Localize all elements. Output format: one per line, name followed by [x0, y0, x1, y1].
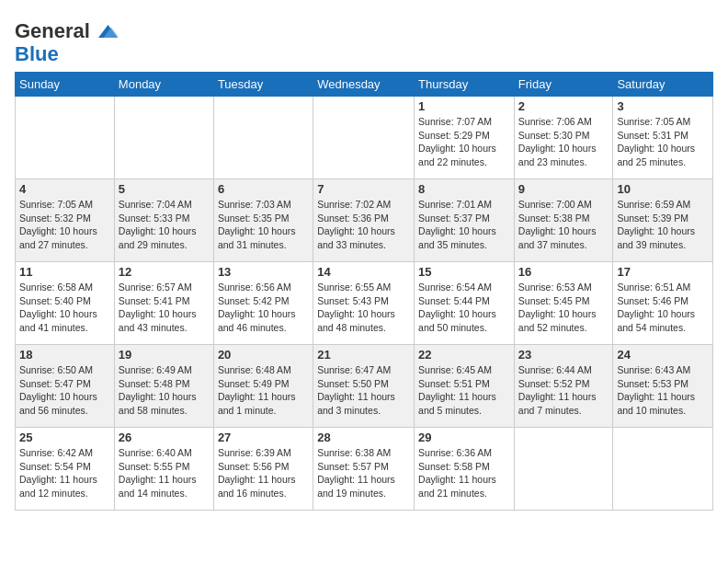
day-number: 22 [418, 348, 510, 362]
day-number: 23 [518, 348, 609, 362]
day-number: 5 [119, 182, 210, 196]
day-number: 6 [218, 182, 309, 196]
day-cell: 13Sunrise: 6:56 AMSunset: 5:42 PMDayligh… [213, 262, 313, 345]
day-info: Sunrise: 7:01 AMSunset: 5:37 PMDaylight:… [418, 198, 510, 252]
day-cell: 25Sunrise: 6:42 AMSunset: 5:54 PMDayligh… [16, 428, 115, 511]
logo-blue-text: Blue [15, 42, 59, 65]
day-cell: 28Sunrise: 6:38 AMSunset: 5:57 PMDayligh… [313, 428, 415, 511]
header-row: SundayMondayTuesdayWednesdayThursdayFrid… [16, 73, 713, 97]
day-info: Sunrise: 7:00 AMSunset: 5:38 PMDaylight:… [518, 198, 609, 252]
day-cell: 4Sunrise: 7:05 AMSunset: 5:32 PMDaylight… [16, 179, 115, 262]
week-row-0: 1Sunrise: 7:07 AMSunset: 5:29 PMDaylight… [16, 97, 713, 179]
day-number: 15 [418, 265, 510, 279]
day-cell: 11Sunrise: 6:58 AMSunset: 5:40 PMDayligh… [16, 262, 115, 345]
day-info: Sunrise: 7:05 AMSunset: 5:32 PMDaylight:… [19, 198, 110, 252]
day-number: 13 [218, 265, 309, 279]
col-header-sunday: Sunday [16, 73, 115, 97]
day-number: 4 [19, 182, 110, 196]
day-info: Sunrise: 6:45 AMSunset: 5:51 PMDaylight:… [418, 363, 510, 418]
day-number: 21 [317, 348, 410, 362]
day-number: 27 [218, 431, 309, 444]
day-number: 28 [317, 431, 410, 444]
logo-icon [92, 18, 118, 44]
day-number: 14 [317, 265, 410, 279]
day-cell: 26Sunrise: 6:40 AMSunset: 5:55 PMDayligh… [114, 428, 213, 511]
day-info: Sunrise: 6:54 AMSunset: 5:44 PMDaylight:… [418, 281, 510, 335]
day-cell: 17Sunrise: 6:51 AMSunset: 5:46 PMDayligh… [613, 262, 713, 345]
day-info: Sunrise: 6:39 AMSunset: 5:56 PMDaylight:… [218, 446, 309, 500]
day-cell: 3Sunrise: 7:05 AMSunset: 5:31 PMDaylight… [613, 97, 713, 179]
col-header-saturday: Saturday [613, 73, 713, 97]
day-cell [313, 97, 415, 179]
day-cell: 21Sunrise: 6:47 AMSunset: 5:50 PMDayligh… [313, 345, 415, 428]
day-number: 17 [617, 265, 709, 279]
day-info: Sunrise: 6:53 AMSunset: 5:45 PMDaylight:… [518, 281, 609, 335]
day-cell: 9Sunrise: 7:00 AMSunset: 5:38 PMDaylight… [514, 179, 613, 262]
day-cell: 14Sunrise: 6:55 AMSunset: 5:43 PMDayligh… [313, 262, 415, 345]
day-number: 24 [617, 348, 709, 362]
day-cell: 6Sunrise: 7:03 AMSunset: 5:35 PMDaylight… [213, 179, 313, 262]
day-cell: 5Sunrise: 7:04 AMSunset: 5:33 PMDaylight… [114, 179, 213, 262]
day-info: Sunrise: 7:07 AMSunset: 5:29 PMDaylight:… [418, 115, 510, 169]
calendar-table: SundayMondayTuesdayWednesdayThursdayFrid… [15, 72, 713, 511]
day-info: Sunrise: 7:04 AMSunset: 5:33 PMDaylight:… [119, 198, 210, 252]
day-cell [114, 97, 213, 179]
day-info: Sunrise: 7:05 AMSunset: 5:31 PMDaylight:… [617, 115, 709, 169]
day-cell: 24Sunrise: 6:43 AMSunset: 5:53 PMDayligh… [613, 345, 713, 428]
day-info: Sunrise: 6:49 AMSunset: 5:48 PMDaylight:… [119, 363, 210, 418]
day-cell [514, 428, 613, 511]
day-number: 10 [617, 182, 709, 196]
logo-text: General [15, 21, 90, 41]
week-row-1: 4Sunrise: 7:05 AMSunset: 5:32 PMDaylight… [16, 179, 713, 262]
day-info: Sunrise: 6:42 AMSunset: 5:54 PMDaylight:… [19, 446, 110, 500]
day-info: Sunrise: 6:59 AMSunset: 5:39 PMDaylight:… [617, 198, 709, 252]
day-info: Sunrise: 6:47 AMSunset: 5:50 PMDaylight:… [317, 363, 410, 418]
day-number: 29 [418, 431, 510, 444]
day-cell: 15Sunrise: 6:54 AMSunset: 5:44 PMDayligh… [415, 262, 515, 345]
col-header-monday: Monday [114, 73, 213, 97]
col-header-tuesday: Tuesday [213, 73, 313, 97]
week-row-4: 25Sunrise: 6:42 AMSunset: 5:54 PMDayligh… [16, 428, 713, 511]
day-info: Sunrise: 6:57 AMSunset: 5:41 PMDaylight:… [119, 281, 210, 335]
day-number: 9 [518, 182, 609, 196]
day-cell: 23Sunrise: 6:44 AMSunset: 5:52 PMDayligh… [514, 345, 613, 428]
day-info: Sunrise: 6:51 AMSunset: 5:46 PMDaylight:… [617, 281, 709, 335]
day-info: Sunrise: 6:36 AMSunset: 5:58 PMDaylight:… [418, 446, 510, 500]
day-cell: 19Sunrise: 6:49 AMSunset: 5:48 PMDayligh… [114, 345, 213, 428]
day-number: 3 [617, 99, 709, 113]
day-number: 12 [119, 265, 210, 279]
day-number: 25 [19, 431, 110, 444]
day-number: 8 [418, 182, 510, 196]
day-info: Sunrise: 6:55 AMSunset: 5:43 PMDaylight:… [317, 281, 410, 335]
day-cell: 12Sunrise: 6:57 AMSunset: 5:41 PMDayligh… [114, 262, 213, 345]
day-info: Sunrise: 6:40 AMSunset: 5:55 PMDaylight:… [119, 446, 210, 500]
day-info: Sunrise: 6:38 AMSunset: 5:57 PMDaylight:… [317, 446, 410, 500]
day-cell: 16Sunrise: 6:53 AMSunset: 5:45 PMDayligh… [514, 262, 613, 345]
day-cell: 27Sunrise: 6:39 AMSunset: 5:56 PMDayligh… [213, 428, 313, 511]
day-number: 19 [119, 348, 210, 362]
col-header-friday: Friday [514, 73, 613, 97]
day-number: 26 [119, 431, 210, 444]
day-info: Sunrise: 7:06 AMSunset: 5:30 PMDaylight:… [518, 115, 609, 169]
day-info: Sunrise: 7:03 AMSunset: 5:35 PMDaylight:… [218, 198, 309, 252]
day-info: Sunrise: 6:50 AMSunset: 5:47 PMDaylight:… [19, 363, 110, 418]
day-number: 20 [218, 348, 309, 362]
day-cell: 1Sunrise: 7:07 AMSunset: 5:29 PMDaylight… [415, 97, 515, 179]
day-cell: 29Sunrise: 6:36 AMSunset: 5:58 PMDayligh… [415, 428, 515, 511]
day-cell: 10Sunrise: 6:59 AMSunset: 5:39 PMDayligh… [613, 179, 713, 262]
day-cell: 7Sunrise: 7:02 AMSunset: 5:36 PMDaylight… [313, 179, 415, 262]
logo: General Blue [15, 18, 118, 64]
week-row-2: 11Sunrise: 6:58 AMSunset: 5:40 PMDayligh… [16, 262, 713, 345]
day-info: Sunrise: 6:58 AMSunset: 5:40 PMDaylight:… [19, 281, 110, 335]
day-number: 18 [19, 348, 110, 362]
day-number: 2 [518, 99, 609, 113]
day-cell: 2Sunrise: 7:06 AMSunset: 5:30 PMDaylight… [514, 97, 613, 179]
day-info: Sunrise: 6:44 AMSunset: 5:52 PMDaylight:… [518, 363, 609, 418]
day-info: Sunrise: 6:56 AMSunset: 5:42 PMDaylight:… [218, 281, 309, 335]
day-cell [213, 97, 313, 179]
day-cell [613, 428, 713, 511]
day-info: Sunrise: 7:02 AMSunset: 5:36 PMDaylight:… [317, 198, 410, 252]
col-header-wednesday: Wednesday [313, 73, 415, 97]
day-cell: 22Sunrise: 6:45 AMSunset: 5:51 PMDayligh… [415, 345, 515, 428]
col-header-thursday: Thursday [415, 73, 515, 97]
